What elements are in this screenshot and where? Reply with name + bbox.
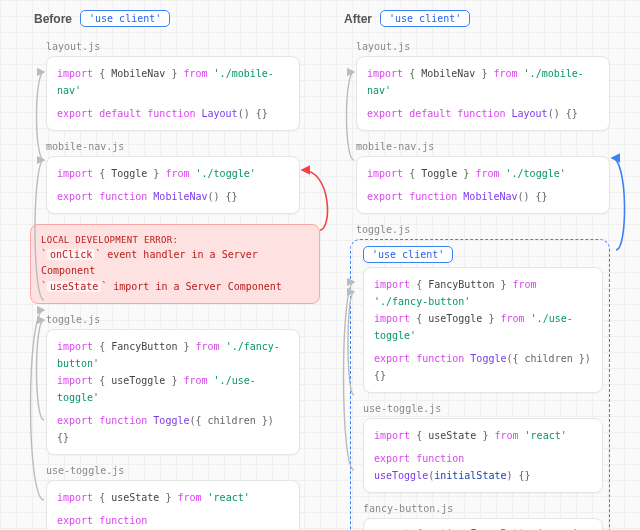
file-label-layout: layout.js [46,41,300,52]
client-boundary-group: 'use client' import { FancyButton } from… [350,239,610,530]
after-header: After 'use client' [340,10,610,27]
file-label-mobile-nav: mobile-nav.js [46,141,300,152]
use-client-directive: 'use client' [363,246,453,263]
file-label-toggle: toggle.js [46,314,300,325]
code-card-use-toggle: import { useState } from 'react' export … [363,418,603,493]
use-client-badge: 'use client' [80,10,170,27]
before-header: Before 'use client' [30,10,300,27]
code-card-layout: import { MobileNav } from './mobile-nav'… [356,56,610,131]
code-card-mobile-nav: import { Toggle } from './toggle' export… [46,156,300,214]
file-label-use-toggle: use-toggle.js [363,403,603,414]
code-card-toggle: import { FancyButton } from './fancy-but… [363,267,603,393]
file-label-use-toggle: use-toggle.js [46,465,300,476]
error-box: LOCAL DEVELOPMENT ERROR: `onClick` event… [30,224,320,304]
file-label-fancy-button: fancy-button.js [363,503,603,514]
before-title: Before [34,12,72,26]
before-column: Before 'use client' layout.js import { M… [30,10,300,530]
file-label-mobile-nav: mobile-nav.js [356,141,610,152]
after-title: After [344,12,372,26]
file-label-toggle: toggle.js [356,224,610,235]
use-client-badge: 'use client' [380,10,470,27]
code-card-use-toggle: import { useState } from 'react' export … [46,480,300,530]
error-title: LOCAL DEVELOPMENT ERROR: [41,233,309,247]
code-card-fancy-button: export function FancyButton(props) {} [363,518,603,530]
code-card-toggle: import { FancyButton } from './fancy-but… [46,329,300,455]
after-column: After 'use client' layout.js import { Mo… [340,10,610,530]
code-card-layout: import { MobileNav } from './mobile-nav'… [46,56,300,131]
code-card-mobile-nav: import { Toggle } from './toggle' export… [356,156,610,214]
file-label-layout: layout.js [356,41,610,52]
